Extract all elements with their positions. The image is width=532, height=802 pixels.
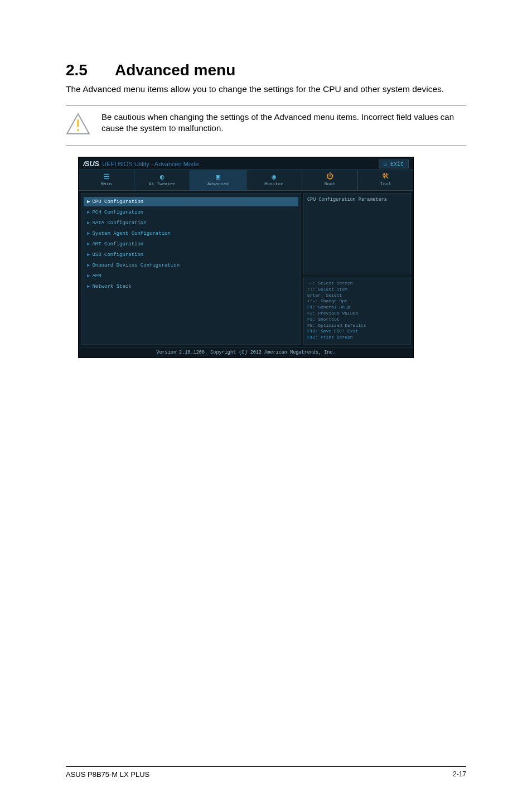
- menu-sata-configuration[interactable]: ▶SATA Configuration: [84, 218, 298, 228]
- page-footer: ASUS P8B75-M LX PLUS 2-17: [66, 766, 466, 779]
- menu-label: USB Configuration: [92, 252, 143, 258]
- chevron-right-icon: ▶: [87, 273, 90, 279]
- key-line: ↑↓: Select Item: [307, 287, 407, 293]
- caution-text: Be cautious when changing the settings o…: [101, 112, 466, 134]
- exit-button[interactable]: ☐ Exit: [379, 160, 409, 168]
- key-line: F3: Shortcut: [307, 317, 407, 323]
- menu-label: Onboard Devices Configuration: [92, 263, 180, 268]
- tab-boot[interactable]: ⏻ Boot: [302, 170, 358, 190]
- asus-logo: /SUS: [83, 160, 99, 168]
- menu-cpu-configuration[interactable]: ▶CPU Configuration: [84, 197, 298, 206]
- tab-monitor-label: Monitor: [264, 181, 283, 186]
- key-line: Enter: Select: [307, 293, 407, 299]
- tab-ai-tweaker[interactable]: ◐ Ai Tweaker: [134, 170, 190, 190]
- menu-label: AMT Configuration: [92, 241, 143, 247]
- section-heading: 2.5Advanced menu: [66, 61, 466, 79]
- bios-body: ▶CPU Configuration ▶PCH Configuration ▶S…: [79, 191, 413, 347]
- bios-tab-bar: ☰ Main ◐ Ai Tweaker ▣ Advanced ◉ Monitor…: [79, 170, 413, 191]
- bios-right-panel: CPU Configuration Parameters →←: Select …: [303, 193, 411, 345]
- chevron-right-icon: ▶: [87, 220, 90, 226]
- power-icon: ⏻: [302, 172, 357, 180]
- key-line: F10: Save ESC: Exit: [307, 328, 407, 335]
- menu-apm[interactable]: ▶APM: [84, 271, 298, 281]
- menu-label: PCH Configuration: [92, 210, 143, 215]
- key-line: F2: Previous Values: [307, 311, 407, 317]
- menu-onboard-devices[interactable]: ▶Onboard Devices Configuration: [84, 260, 298, 270]
- tab-ai-label: Ai Tweaker: [149, 181, 176, 186]
- footer-model: ASUS P8B75-M LX PLUS: [66, 770, 149, 779]
- tab-advanced-label: Advanced: [207, 181, 229, 186]
- chevron-right-icon: ▶: [87, 210, 90, 215]
- menu-label: System Agent Configuration: [92, 231, 170, 236]
- key-line: F12: Print Screen: [307, 335, 407, 341]
- key-line: +/-: Change Opt.: [307, 298, 407, 305]
- menu-network-stack[interactable]: ▶Network Stack: [84, 282, 298, 291]
- bios-title: UEFI BIOS Utility - Advanced Mode: [102, 161, 199, 167]
- tool-icon: 🛠: [358, 172, 413, 180]
- tab-advanced[interactable]: ▣ Advanced: [190, 170, 246, 190]
- tab-main-label: Main: [101, 181, 112, 186]
- tab-tool[interactable]: 🛠 Tool: [358, 170, 413, 190]
- tab-monitor[interactable]: ◉ Monitor: [246, 170, 302, 190]
- chevron-right-icon: ▶: [87, 284, 90, 289]
- tab-main[interactable]: ☰ Main: [79, 170, 134, 190]
- exit-label: Exit: [390, 161, 404, 167]
- svg-point-2: [77, 129, 79, 131]
- tab-tool-label: Tool: [380, 181, 391, 186]
- bios-version-footer: Version 2.10.1208. Copyright (C) 2012 Am…: [79, 347, 413, 357]
- menu-amt-configuration[interactable]: ▶AMT Configuration: [84, 239, 298, 249]
- help-text: CPU Configuration Parameters: [303, 193, 411, 274]
- monitor-icon: ◉: [246, 172, 302, 180]
- key-line: →←: Select Screen: [307, 281, 407, 287]
- menu-label: CPU Configuration: [92, 199, 143, 205]
- chevron-right-icon: ▶: [87, 252, 90, 258]
- chevron-right-icon: ▶: [87, 199, 90, 205]
- caution-block: Be cautious when changing the settings o…: [66, 105, 466, 146]
- bios-titlebar: /SUS UEFI BIOS Utility - Advanced Mode ☐…: [79, 157, 413, 170]
- exit-icon: ☐: [384, 161, 390, 167]
- bios-screenshot: /SUS UEFI BIOS Utility - Advanced Mode ☐…: [78, 157, 414, 358]
- gauge-icon: ◐: [134, 172, 190, 180]
- chip-icon: ▣: [190, 172, 245, 180]
- bios-menu-panel: ▶CPU Configuration ▶PCH Configuration ▶S…: [81, 193, 301, 345]
- footer-page-number: 2-17: [453, 770, 466, 779]
- menu-label: APM: [92, 273, 101, 279]
- chevron-right-icon: ▶: [87, 241, 90, 247]
- chevron-right-icon: ▶: [87, 263, 90, 268]
- menu-pch-configuration[interactable]: ▶PCH Configuration: [84, 207, 298, 217]
- menu-system-agent-configuration[interactable]: ▶System Agent Configuration: [84, 229, 298, 238]
- list-icon: ☰: [79, 172, 134, 180]
- menu-label: SATA Configuration: [92, 220, 146, 226]
- svg-rect-1: [77, 119, 79, 127]
- menu-label: Network Stack: [92, 284, 131, 289]
- key-help-box: →←: Select Screen ↑↓: Select Item Enter:…: [303, 277, 411, 345]
- chevron-right-icon: ▶: [87, 231, 90, 236]
- intro-paragraph: The Advanced menu items allow you to cha…: [66, 84, 466, 95]
- section-title: Advanced menu: [115, 61, 235, 79]
- key-line: F5: Optimized Defaults: [307, 323, 407, 329]
- key-line: F1: General Help: [307, 305, 407, 311]
- section-number: 2.5: [66, 61, 115, 79]
- menu-usb-configuration[interactable]: ▶USB Configuration: [84, 250, 298, 259]
- caution-icon: [66, 112, 90, 137]
- tab-boot-label: Boot: [325, 181, 335, 186]
